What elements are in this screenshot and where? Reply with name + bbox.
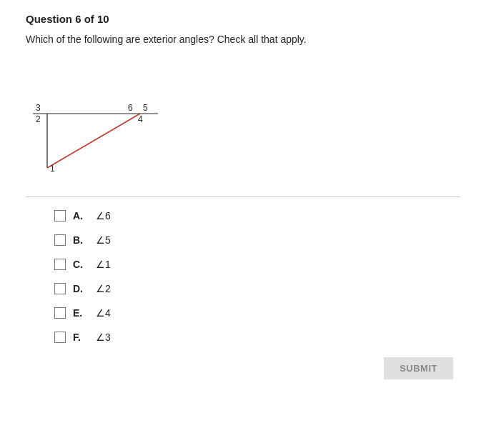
svg-text:3: 3 xyxy=(36,103,41,113)
svg-text:5: 5 xyxy=(143,103,148,113)
svg-text:2: 2 xyxy=(36,114,41,124)
checkbox-b[interactable] xyxy=(54,234,66,246)
options-list: A. ∠6 B. ∠5 C. ∠1 D. ∠2 E. ∠4 F. ∠3 xyxy=(54,210,460,343)
svg-text:6: 6 xyxy=(128,103,133,113)
submit-row: SUBMIT xyxy=(26,357,460,379)
svg-text:1: 1 xyxy=(50,164,55,174)
option-label-e: E. xyxy=(73,307,89,319)
svg-line-2 xyxy=(47,114,140,168)
option-label-f: F. xyxy=(73,332,89,343)
checkbox-e[interactable] xyxy=(54,307,66,319)
question-header: Question 6 of 10 xyxy=(26,13,460,25)
question-text: Which of the following are exterior angl… xyxy=(26,34,460,45)
list-item: B. ∠5 xyxy=(54,234,460,246)
option-label-d: D. xyxy=(73,283,89,294)
option-label-b: B. xyxy=(73,234,89,246)
list-item: A. ∠6 xyxy=(54,210,460,221)
svg-text:4: 4 xyxy=(138,114,143,124)
divider xyxy=(26,196,460,197)
list-item: D. ∠2 xyxy=(54,283,460,294)
checkbox-c[interactable] xyxy=(54,259,66,270)
option-value-d: ∠2 xyxy=(96,283,111,294)
diagram-container: 3 2 1 6 4 5 xyxy=(26,58,460,184)
option-value-b: ∠5 xyxy=(96,234,111,246)
option-label-a: A. xyxy=(73,210,89,221)
option-value-a: ∠6 xyxy=(96,210,111,221)
checkbox-a[interactable] xyxy=(54,210,66,221)
submit-button[interactable]: SUBMIT xyxy=(384,357,453,379)
list-item: E. ∠4 xyxy=(54,307,460,319)
option-value-e: ∠4 xyxy=(96,307,111,319)
list-item: F. ∠3 xyxy=(54,332,460,343)
list-item: C. ∠1 xyxy=(54,259,460,270)
option-value-f: ∠3 xyxy=(96,332,111,343)
option-label-c: C. xyxy=(73,259,89,270)
option-value-c: ∠1 xyxy=(96,259,111,270)
checkbox-f[interactable] xyxy=(54,332,66,343)
checkbox-d[interactable] xyxy=(54,283,66,294)
